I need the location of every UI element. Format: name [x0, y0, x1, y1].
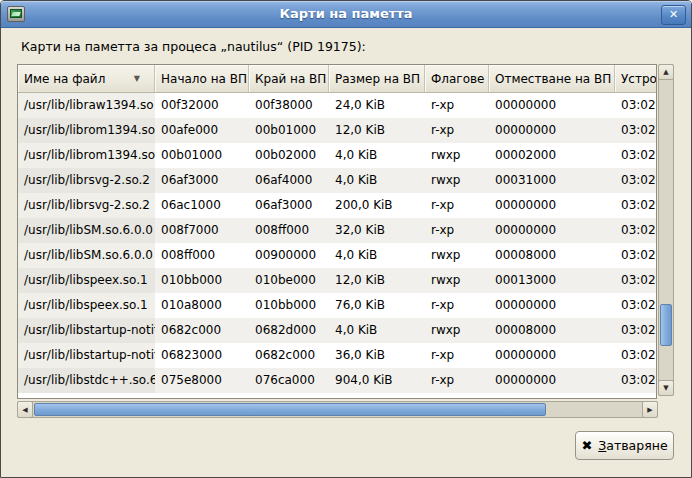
cell-flags: r-xp	[425, 93, 489, 118]
table-row[interactable]: /usr/lib/librom1394.so00b0100000b020004,…	[18, 143, 656, 168]
cell-vm_offset: 00002000	[489, 143, 615, 168]
cell-filename: /usr/lib/libSM.so.6.0.0	[18, 243, 155, 268]
cell-vm_size: 36,0 KiB	[329, 343, 425, 368]
cell-flags: rwxp	[425, 243, 489, 268]
table-body: /usr/lib/libraw1394.so00f3200000f3800024…	[18, 93, 656, 393]
cell-vm_end: 010be000	[249, 268, 329, 293]
cell-vm_size: 12,0 KiB	[329, 268, 425, 293]
cell-filename: /usr/lib/libstartup-notification	[18, 343, 155, 368]
vertical-scrollbar[interactable]: ▲ ▼	[658, 64, 674, 396]
cell-filename: /usr/lib/libspeex.so.1	[18, 268, 155, 293]
cell-device: 03:02	[615, 118, 657, 143]
cell-vm_end: 008ff000	[249, 218, 329, 243]
memory-maps-table: Име на файл▼Начало на ВПКрай на ВПРазмер…	[17, 64, 657, 399]
column-header-2[interactable]: Начало на ВП	[155, 65, 249, 93]
cell-vm_end: 076ca000	[249, 368, 329, 393]
window-title: Карти на паметта	[1, 1, 691, 27]
cell-filename: /usr/lib/libspeex.so.1	[18, 293, 155, 318]
cell-vm_size: 32,0 KiB	[329, 218, 425, 243]
left-arrow-icon: ◀	[22, 406, 27, 414]
cell-vm_offset: 00000000	[489, 218, 615, 243]
cell-device: 03:02	[615, 293, 657, 318]
column-header-7[interactable]: Устройство	[615, 65, 657, 93]
dialog-description: Карти на паметта за процеса „nautilus“ (…	[21, 39, 366, 54]
cell-vm_offset: 00000000	[489, 193, 615, 218]
column-header-3[interactable]: Край на ВП	[249, 65, 329, 93]
cell-vm_size: 200,0 KiB	[329, 193, 425, 218]
cell-vm_offset: 00000000	[489, 93, 615, 118]
system-monitor-icon	[7, 6, 25, 22]
horizontal-scrollbar-thumb[interactable]	[34, 403, 546, 416]
cell-device: 03:02	[615, 93, 657, 118]
cell-vm_offset: 00000000	[489, 118, 615, 143]
column-header-5[interactable]: Флагове	[425, 65, 489, 93]
cell-vm_offset: 00000000	[489, 343, 615, 368]
cell-vm_size: 76,0 KiB	[329, 293, 425, 318]
cell-device: 03:02	[615, 368, 657, 393]
close-icon: ✕	[669, 8, 678, 21]
cell-device: 03:02	[615, 218, 657, 243]
cell-vm_offset: 00008000	[489, 318, 615, 343]
cell-device: 03:02	[615, 193, 657, 218]
column-header-6[interactable]: Отместване на ВП	[489, 65, 615, 93]
cell-vm_size: 904,0 KiB	[329, 368, 425, 393]
cell-vm_size: 12,0 KiB	[329, 118, 425, 143]
column-header-label: Начало на ВП	[161, 72, 247, 86]
table-row[interactable]: /usr/lib/libstartup-notification06823000…	[18, 343, 656, 368]
cell-flags: rwxp	[425, 268, 489, 293]
table-header: Име на файл▼Начало на ВПКрай на ВПРазмер…	[18, 65, 656, 93]
scroll-up-button[interactable]: ▲	[658, 64, 674, 80]
horizontal-scrollbar[interactable]: ◀ ▶	[17, 401, 658, 418]
table-row[interactable]: /usr/lib/libspeex.so.1010bb000010be00012…	[18, 268, 656, 293]
scroll-down-button[interactable]: ▼	[658, 380, 674, 396]
column-header-label: Край на ВП	[255, 72, 326, 86]
right-arrow-icon: ▶	[647, 406, 652, 414]
table-row[interactable]: /usr/lib/libspeex.so.1010a8000010bb00076…	[18, 293, 656, 318]
vertical-scrollbar-thumb[interactable]	[660, 304, 672, 346]
column-header-label: Отместване на ВП	[495, 72, 611, 86]
close-dialog-label: Затваряне	[598, 438, 667, 453]
cell-vm_start: 010bb000	[155, 268, 249, 293]
table-row[interactable]: /usr/lib/libSM.so.6.0.0008f7000008ff0003…	[18, 218, 656, 243]
cell-vm_size: 4,0 KiB	[329, 168, 425, 193]
window-close-button[interactable]: ✕	[661, 5, 686, 25]
scroll-left-button[interactable]: ◀	[17, 401, 33, 418]
cell-vm_offset: 00000000	[489, 368, 615, 393]
table-row[interactable]: /usr/lib/libstartup-notification0682c000…	[18, 318, 656, 343]
memory-maps-dialog: Карти на паметта ✕ Карти на паметта за п…	[0, 0, 692, 478]
column-header-4[interactable]: Размер на ВП	[329, 65, 425, 93]
cell-filename: /usr/lib/librom1394.so	[18, 143, 155, 168]
cell-vm_size: 4,0 KiB	[329, 243, 425, 268]
table-row[interactable]: /usr/lib/libstdc++.so.6075e8000076ca0009…	[18, 368, 656, 393]
cell-filename: /usr/lib/librom1394.so	[18, 118, 155, 143]
cell-device: 03:02	[615, 143, 657, 168]
cell-device: 03:02	[615, 343, 657, 368]
titlebar[interactable]: Карти на паметта ✕	[1, 1, 691, 28]
table-row[interactable]: /usr/lib/librom1394.so00afe00000b0100012…	[18, 118, 656, 143]
column-header-label: Име на файл	[24, 72, 105, 86]
cell-flags: r-xp	[425, 343, 489, 368]
scroll-right-button[interactable]: ▶	[642, 401, 658, 418]
cell-vm_end: 0682d000	[249, 318, 329, 343]
cell-vm_start: 06af3000	[155, 168, 249, 193]
cell-device: 03:02	[615, 168, 657, 193]
cell-flags: r-xp	[425, 368, 489, 393]
cell-vm_end: 010bb000	[249, 293, 329, 318]
table-row[interactable]: /usr/lib/librsvg-2.so.206af300006af40004…	[18, 168, 656, 193]
table-row[interactable]: /usr/lib/libraw1394.so00f3200000f3800024…	[18, 93, 656, 118]
cell-filename: /usr/lib/libraw1394.so	[18, 93, 155, 118]
cell-vm_offset: 00031000	[489, 168, 615, 193]
cell-vm_start: 06ac1000	[155, 193, 249, 218]
cell-flags: r-xp	[425, 218, 489, 243]
column-header-label: Флагове	[431, 72, 484, 86]
down-arrow-icon: ▼	[663, 384, 668, 392]
close-dialog-button[interactable]: ✖ Затваряне	[575, 431, 674, 460]
cell-vm_size: 24,0 KiB	[329, 93, 425, 118]
cell-vm_start: 00b01000	[155, 143, 249, 168]
cell-vm_start: 06823000	[155, 343, 249, 368]
cell-filename: /usr/lib/libstdc++.so.6	[18, 368, 155, 393]
table-row[interactable]: /usr/lib/librsvg-2.so.206ac100006af30002…	[18, 193, 656, 218]
column-header-1[interactable]: Име на файл▼	[18, 65, 155, 93]
cell-flags: rwxp	[425, 318, 489, 343]
table-row[interactable]: /usr/lib/libSM.so.6.0.0008ff000009000004…	[18, 243, 656, 268]
